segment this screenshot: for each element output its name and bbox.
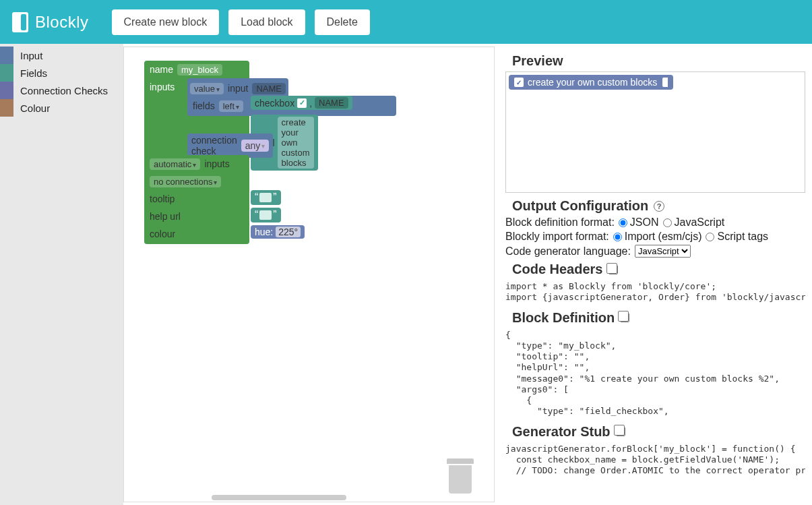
horizontal-scrollbar[interactable] (212, 495, 346, 500)
category-sidebar: Input Fields Connection Checks Colour (0, 44, 123, 505)
value-dropdown[interactable]: value▾ (190, 83, 224, 94)
preview-box: ✓ create your own custom blocks (505, 71, 805, 193)
block-workspace[interactable]: name my_block inputs value▾ input NAME f… (123, 47, 495, 502)
quote-close-icon: ” (273, 191, 276, 204)
hue-label: hue: (255, 227, 273, 237)
quote-close-icon: ” (273, 209, 276, 221)
category-label: Connection Checks (20, 85, 108, 96)
generator-stub-code[interactable]: javascriptGenerator.forBlock['my_block']… (505, 444, 805, 477)
generator-stub-title: Generator Stub (512, 424, 805, 440)
output-config-title: Output Configuration ? (512, 198, 805, 214)
connections-dropdown[interactable]: no connections▾ (150, 176, 221, 187)
category-label: Colour (20, 102, 50, 114)
category-colour[interactable]: Colour (0, 99, 123, 117)
preview-block-text: create your own custom blocks (528, 77, 657, 88)
logo-icon (12, 12, 28, 32)
import-format-label: Blockly import format: (505, 231, 609, 243)
preview-title: Preview (512, 53, 805, 69)
copy-icon[interactable] (616, 427, 625, 436)
def-format-label: Block definition format: (505, 216, 615, 229)
fields-label: fields (193, 100, 215, 111)
chevron-down-icon: ▾ (193, 161, 196, 169)
help-icon[interactable]: ? (654, 201, 664, 212)
checkbox-icon[interactable]: ✓ (514, 78, 524, 87)
copy-icon[interactable] (620, 313, 629, 322)
gen-lang-select[interactable]: JavaScript (635, 245, 691, 258)
conn-label: connection check (191, 135, 237, 156)
block-canvas: name my_block inputs value▾ input NAME f… (144, 61, 249, 244)
import-script-radio[interactable]: Script tags (706, 231, 768, 243)
logo: Blockly (12, 12, 89, 32)
input-notch-icon (662, 78, 668, 87)
tooltip-text-field[interactable] (259, 193, 272, 202)
label-text-field[interactable]: create your own custom blocks (278, 117, 314, 169)
connection-check-row[interactable]: connection check any▾ (187, 133, 273, 158)
checkbox-keyword: checkbox (255, 98, 294, 109)
block-definition-title: Block Definition (512, 310, 805, 326)
def-format-js-radio[interactable]: JavaScript (663, 216, 725, 229)
chevron-down-icon: ▾ (214, 179, 217, 186)
right-panel: Preview ✓ create your own custom blocks … (499, 44, 812, 505)
category-label: Fields (20, 67, 47, 79)
category-fields[interactable]: Fields (0, 64, 123, 82)
automatic-dropdown[interactable]: automatic▾ (150, 158, 200, 170)
checkbox-icon[interactable]: ✓ (297, 98, 307, 108)
copy-icon[interactable] (608, 265, 618, 274)
def-format-json-radio[interactable]: JSON (619, 216, 659, 229)
quote-open-icon: “ (255, 209, 258, 221)
block-name-field[interactable]: my_block (177, 64, 222, 76)
helpurl-label: help url (150, 211, 181, 222)
comma: , (309, 98, 312, 109)
checkbox-name-field[interactable]: NAME (315, 97, 348, 109)
chevron-down-icon: ▾ (261, 142, 265, 150)
checkbox-field-block[interactable]: checkbox ✓ , NAME (251, 96, 352, 110)
tooltip-text-block[interactable]: “ ” (251, 190, 281, 205)
category-color-tab (0, 64, 13, 82)
app-header: Blockly Create new block Load block Dele… (0, 0, 812, 44)
input-name-field[interactable]: NAME (252, 83, 286, 94)
main-area: Input Fields Connection Checks Colour na… (0, 44, 812, 505)
def-format-row: Block definition format: JSON JavaScript (505, 216, 805, 229)
category-color-tab (0, 99, 13, 117)
preview-block[interactable]: ✓ create your own custom blocks (509, 75, 673, 90)
block-definition-code[interactable]: { "type": "my_block", "tooltip": "", "he… (505, 330, 805, 417)
gen-lang-row: Code generator language: JavaScript (505, 245, 805, 258)
trash-icon[interactable] (447, 458, 474, 495)
quote-open-icon: “ (255, 191, 258, 204)
category-label: Input (20, 50, 42, 61)
name-label: name (150, 64, 173, 75)
automatic-inputs-row[interactable]: automatic▾ inputs (144, 155, 249, 173)
input-keyword: input (228, 83, 248, 94)
tooltip-row: tooltip (144, 190, 249, 208)
colour-label: colour (150, 229, 175, 239)
import-format-row: Blockly import format: Import (esm/cjs) … (505, 231, 805, 243)
helpurl-row: help url (144, 208, 249, 225)
category-connection-checks[interactable]: Connection Checks (0, 82, 123, 99)
category-input[interactable]: Input (0, 47, 123, 64)
create-block-button[interactable]: Create new block (112, 9, 220, 35)
chevron-down-icon: ▾ (216, 86, 220, 93)
code-headers-block[interactable]: import * as Blockly from 'blockly/core';… (505, 281, 805, 303)
align-dropdown[interactable]: left▾ (219, 100, 243, 112)
hue-value-field[interactable]: 225° (276, 227, 301, 237)
colour-row: colour (144, 225, 249, 243)
inputs-label: inputs (150, 82, 175, 92)
code-headers-title: Code Headers (512, 262, 805, 277)
gen-lang-label: Code generator language: (505, 245, 631, 258)
no-connections-row[interactable]: no connections▾ (144, 173, 249, 190)
tooltip-label: tooltip (150, 194, 175, 204)
hue-block[interactable]: hue: 225° (251, 225, 305, 239)
helpurl-text-field[interactable] (259, 210, 272, 220)
logo-text: Blockly (35, 13, 89, 32)
helpurl-text-block[interactable]: “ ” (251, 208, 281, 222)
chevron-down-icon: ▾ (236, 103, 239, 111)
load-block-button[interactable]: Load block (228, 9, 305, 35)
import-esm-radio[interactable]: Import (esm/cjs) (613, 231, 702, 243)
conn-type-dropdown[interactable]: any▾ (241, 140, 270, 152)
category-color-tab (0, 47, 13, 64)
delete-button[interactable]: Delete (315, 9, 370, 35)
inputs-suffix: inputs (204, 158, 229, 169)
name-row: name my_block (144, 61, 249, 78)
category-color-tab (0, 82, 13, 99)
